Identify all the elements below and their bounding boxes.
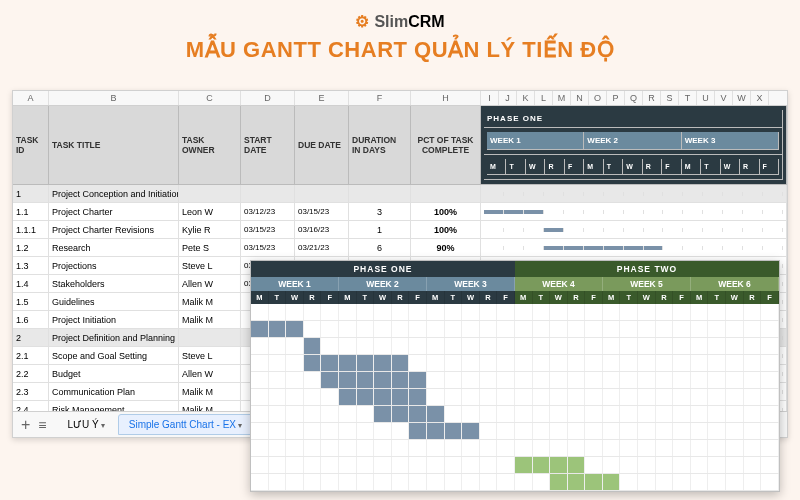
cell-id[interactable]: 2.3 (13, 383, 49, 400)
col-letter[interactable]: P (607, 91, 625, 105)
cell-owner[interactable] (179, 185, 241, 202)
cell-owner[interactable]: Malik M (179, 311, 241, 328)
gantt-cell (584, 246, 604, 250)
cell-title[interactable]: Communication Plan (49, 383, 179, 400)
col-letter[interactable]: R (643, 91, 661, 105)
cell-id[interactable]: 1.4 (13, 275, 49, 292)
cell-pct[interactable]: 100% (411, 203, 481, 220)
col-letter[interactable]: S (661, 91, 679, 105)
cell-dur[interactable] (349, 185, 411, 202)
cell-id[interactable]: 1.1 (13, 203, 49, 220)
gantt-cell (304, 406, 322, 422)
add-sheet-button[interactable]: + (21, 416, 30, 434)
cell-due[interactable]: 03/21/23 (295, 239, 349, 256)
cell-dur[interactable]: 3 (349, 203, 411, 220)
gantt-cell (620, 457, 638, 473)
cell-start[interactable]: 03/15/23 (241, 221, 295, 238)
cell-title[interactable]: Project Conception and Initiation (49, 185, 179, 202)
cell-owner[interactable] (179, 329, 241, 346)
cell-owner[interactable]: Steve L (179, 257, 241, 274)
table-row[interactable]: 1Project Conception and Initiation (13, 185, 787, 203)
gantt-cell (568, 406, 586, 422)
col-letter[interactable]: V (715, 91, 733, 105)
col-letter[interactable]: O (589, 91, 607, 105)
cell-owner[interactable]: Malik M (179, 383, 241, 400)
cell-title[interactable]: Project Charter (49, 203, 179, 220)
cell-title[interactable]: Stakeholders (49, 275, 179, 292)
cell-due[interactable]: 03/16/23 (295, 221, 349, 238)
cell-title[interactable]: Project Definition and Planning (49, 329, 179, 346)
cell-owner[interactable]: Kylie R (179, 221, 241, 238)
gantt-cell (761, 321, 779, 337)
cell-id[interactable]: 1.5 (13, 293, 49, 310)
col-letter[interactable]: T (679, 91, 697, 105)
col-letter[interactable]: D (241, 91, 295, 105)
col-letter[interactable]: U (697, 91, 715, 105)
col-letter[interactable]: A (13, 91, 49, 105)
gantt-cell (703, 192, 723, 196)
cell-start[interactable] (241, 185, 295, 202)
cell-owner[interactable]: Pete S (179, 239, 241, 256)
spreadsheet-overlay[interactable]: PHASE ONE PHASE TWO WEEK 1WEEK 2WEEK 3WE… (250, 260, 780, 492)
col-letter[interactable]: J (499, 91, 517, 105)
cell-id[interactable]: 1.2 (13, 239, 49, 256)
cell-pct[interactable]: 90% (411, 239, 481, 256)
cell-dur[interactable]: 1 (349, 221, 411, 238)
gantt-cell (638, 304, 656, 320)
gantt-cell (515, 423, 533, 439)
tab-active[interactable]: Simple Gantt Chart - EX▾ (118, 414, 253, 435)
cell-pct[interactable]: 100% (411, 221, 481, 238)
table-row[interactable]: 1.1Project CharterLeon W03/12/2303/15/23… (13, 203, 787, 221)
overlay-gantt-row (251, 304, 779, 321)
cell-id[interactable]: 2 (13, 329, 49, 346)
gantt-cell (286, 474, 304, 490)
cell-title[interactable]: Scope and Goal Setting (49, 347, 179, 364)
cell-due[interactable]: 03/15/23 (295, 203, 349, 220)
col-letter[interactable]: I (481, 91, 499, 105)
cell-id[interactable]: 1.6 (13, 311, 49, 328)
cell-title[interactable]: Projections (49, 257, 179, 274)
cell-id[interactable]: 1.3 (13, 257, 49, 274)
col-letter[interactable]: Q (625, 91, 643, 105)
col-letter[interactable]: F (349, 91, 411, 105)
table-row[interactable]: 1.1.1Project Charter RevisionsKylie R03/… (13, 221, 787, 239)
col-letter[interactable]: E (295, 91, 349, 105)
cell-title[interactable]: Guidelines (49, 293, 179, 310)
overlay-day: M (603, 291, 621, 304)
table-row[interactable]: 1.2ResearchPete S03/15/2303/21/23690% (13, 239, 787, 257)
cell-title[interactable]: Project Charter Revisions (49, 221, 179, 238)
gantt-cell (723, 228, 743, 232)
sheets-menu-icon[interactable]: ≡ (38, 417, 46, 433)
col-letter[interactable]: B (49, 91, 179, 105)
col-letter[interactable]: N (571, 91, 589, 105)
cell-id[interactable]: 2.1 (13, 347, 49, 364)
cell-start[interactable]: 03/12/23 (241, 203, 295, 220)
gantt-cell (656, 372, 674, 388)
cell-owner[interactable]: Steve L (179, 347, 241, 364)
cell-id[interactable]: 2.2 (13, 365, 49, 382)
cell-id[interactable]: 1 (13, 185, 49, 202)
cell-title[interactable]: Budget (49, 365, 179, 382)
gantt-cell (392, 338, 410, 354)
col-letter[interactable]: X (751, 91, 769, 105)
col-letter[interactable]: L (535, 91, 553, 105)
cell-pct[interactable] (411, 185, 481, 202)
cell-owner[interactable]: Allen W (179, 275, 241, 292)
cell-due[interactable] (295, 185, 349, 202)
tab-note[interactable]: LƯU Ý▾ (57, 414, 116, 435)
cell-owner[interactable]: Leon W (179, 203, 241, 220)
col-letter[interactable]: C (179, 91, 241, 105)
cell-title[interactable]: Project Initiation (49, 311, 179, 328)
gantt-cell (620, 423, 638, 439)
cell-dur[interactable]: 6 (349, 239, 411, 256)
cell-owner[interactable]: Allen W (179, 365, 241, 382)
col-letter[interactable]: K (517, 91, 535, 105)
cell-title[interactable]: Research (49, 239, 179, 256)
cell-owner[interactable]: Malik M (179, 293, 241, 310)
gantt-cell (761, 406, 779, 422)
col-letter[interactable]: M (553, 91, 571, 105)
cell-start[interactable]: 03/15/23 (241, 239, 295, 256)
col-letter[interactable]: H (411, 91, 481, 105)
cell-id[interactable]: 1.1.1 (13, 221, 49, 238)
col-letter[interactable]: W (733, 91, 751, 105)
